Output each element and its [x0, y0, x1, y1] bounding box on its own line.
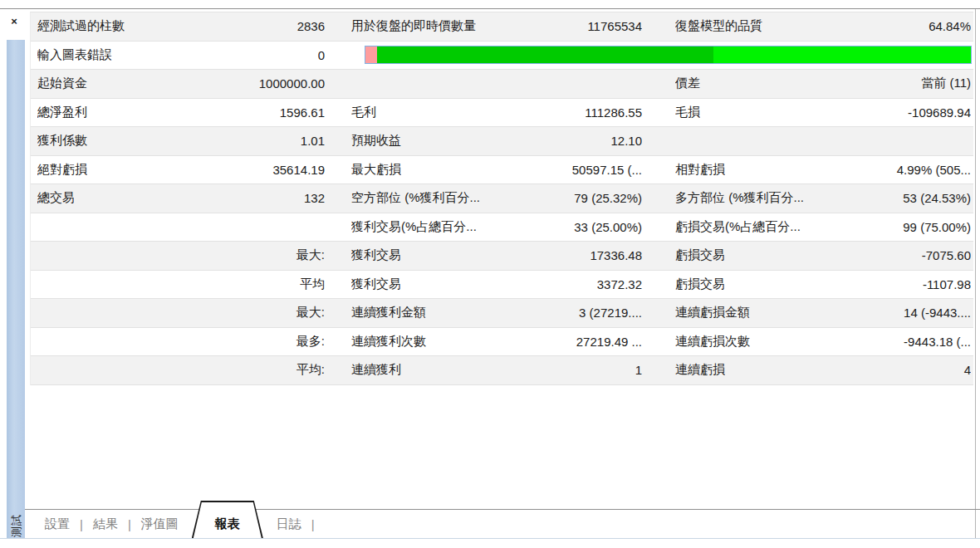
stat-value: 64.84%: [929, 19, 971, 33]
stat-label: 虧損交易: [675, 276, 725, 292]
report-cell-group: 多方部位 (%獲利百分...53 (24.53%): [675, 190, 971, 206]
stat-value: 132: [304, 191, 325, 205]
report-cell-group: 價差當前 (11): [675, 76, 971, 91]
tab-日誌[interactable]: 日誌: [268, 516, 310, 532]
stat-label: 連續虧損次數: [675, 334, 750, 350]
stat-label: 起始資金: [37, 76, 87, 91]
report-cell-group: 連續虧損金額14 (-9443....: [675, 305, 971, 320]
stat-value: 1000000.00: [259, 76, 325, 91]
report-cell-group: 獲利係數1.01: [37, 133, 325, 149]
modeling-quality-progress-bar: [365, 46, 972, 65]
tester-report-panel: × 測試 經測試過的柱數2836用於復盤的即時價數量11765534復盤模型的品…: [0, 0, 980, 548]
panel-top-border: [0, 8, 980, 9]
stat-value: 平均: [300, 276, 325, 292]
report-cell-group: 絕對虧損35614.19: [37, 162, 325, 178]
report-row: 最多:連續獲利次數27219.49 ...連續虧損次數-9443.18 (...: [31, 328, 973, 357]
stat-label: 復盤模型的品質: [675, 18, 762, 34]
report-cell-group: 總交易132: [37, 190, 325, 206]
panel-side-caption: 測試: [9, 512, 22, 537]
stat-value: 79 (25.32%): [574, 191, 642, 205]
report-cell-group: 輸入圖表錯誤0: [37, 47, 325, 63]
report-row: 獲利係數1.01預期收益12.10: [31, 127, 973, 156]
report-row: 經測試過的柱數2836用於復盤的即時價數量11765534復盤模型的品質64.8…: [31, 12, 973, 42]
report-cell-group: 連續虧損4: [675, 362, 971, 378]
stat-label: 獲利交易: [351, 276, 401, 292]
stat-label: 獲利交易(%占總百分...: [351, 219, 477, 235]
stat-label: 絕對虧損: [37, 162, 87, 178]
stat-value: 11765534: [587, 19, 642, 33]
stat-value: 17336.48: [590, 248, 642, 262]
stat-label: 虧損交易: [675, 247, 725, 263]
close-icon[interactable]: ×: [7, 14, 22, 29]
stat-label: 連續獲利: [351, 362, 401, 378]
report-cell-group: 連續獲利次數27219.49 ...: [351, 334, 642, 350]
stat-value: 53 (24.53%): [903, 191, 971, 205]
stat-label: 連續獲利金額: [351, 305, 426, 320]
stat-value: -7075.60: [922, 248, 971, 262]
report-cell-group: 預期收益12.10: [351, 133, 642, 149]
report-row: 起始資金1000000.00價差當前 (11): [31, 70, 973, 99]
report-cell-group: 最大:: [37, 247, 325, 263]
tab-淨值圖[interactable]: 淨值圖: [133, 516, 187, 532]
tab-label: 報表: [194, 502, 262, 538]
report-row: 最大:連續獲利金額3 (27219....連續虧損金額14 (-9443....: [31, 299, 973, 328]
report-row: 總交易132空方部位 (%獲利百分...79 (25.32%)多方部位 (%獲利…: [31, 184, 973, 213]
report-row: 總淨盈利1596.61毛利111286.55毛損-109689.94: [31, 99, 973, 128]
bottom-tabbar: 設置|結果|淨值圖報表日誌|: [25, 509, 980, 538]
stat-value: 最大:: [296, 305, 325, 320]
stat-label: 空方部位 (%獲利百分...: [351, 190, 480, 206]
stat-label: 毛損: [675, 105, 700, 120]
stat-value: 4.99% (505...: [897, 163, 971, 177]
stat-value: 111286.55: [585, 105, 642, 120]
stat-value: 1: [635, 363, 642, 377]
report-cell-group: 虧損交易-7075.60: [675, 247, 971, 263]
tab-設置[interactable]: 設置: [37, 516, 78, 532]
report-cell-group: 獲利交易(%占總百分...33 (25.00%): [351, 219, 642, 235]
tab-separator: |: [126, 517, 133, 531]
stat-label: 最大虧損: [351, 162, 401, 178]
report-row: 絕對虧損35614.19最大虧損50597.15 (...相對虧損4.99% (…: [31, 156, 973, 185]
report-row: 最大:獲利交易17336.48虧損交易-7075.60: [31, 242, 973, 271]
stat-value: 最大:: [296, 247, 325, 263]
stat-value: -9443.18 (...: [904, 335, 971, 349]
progress-segment-pink: [365, 46, 377, 64]
tab-報表-active[interactable]: 報表: [192, 501, 263, 538]
panel-grip-strip[interactable]: 測試: [7, 40, 25, 538]
stat-label: 連續虧損金額: [675, 305, 750, 320]
stat-label: 價差: [675, 76, 700, 91]
report-cell-group: 虧損交易-1107.98: [675, 276, 971, 292]
report-cell-group: 獲利交易17336.48: [351, 247, 642, 263]
panel-right-border: [975, 9, 976, 539]
stat-label: 總淨盈利: [37, 105, 87, 120]
report-cell-group: 總淨盈利1596.61: [37, 105, 325, 120]
stat-label: 毛利: [351, 105, 376, 120]
report-cell-group: 平均:: [37, 362, 325, 378]
stat-value: -109689.94: [908, 105, 971, 120]
report-cell-group: 虧損交易(%占總百分...99 (75.00%): [675, 219, 971, 235]
report-cell-group: 連續獲利金額3 (27219....: [351, 305, 642, 320]
stat-value: 3372.32: [597, 277, 642, 291]
report-cell-group: 最大:: [37, 305, 325, 320]
tab-結果[interactable]: 結果: [85, 516, 126, 532]
stat-label: 連續獲利次數: [351, 334, 426, 350]
report-cell-group: 空方部位 (%獲利百分...79 (25.32%): [351, 190, 642, 206]
report-cell-group: 復盤模型的品質64.84%: [675, 18, 971, 34]
stat-label: 經測試過的柱數: [37, 18, 125, 34]
report-row: 平均獲利交易3372.32虧損交易-1107.98: [31, 271, 973, 300]
report-cell-group: 毛損-109689.94: [675, 105, 971, 120]
report-cell-group: 相對虧損4.99% (505...: [675, 162, 971, 178]
stat-value: 2836: [297, 19, 325, 33]
progress-segment-dark-green: [377, 46, 713, 64]
report-row: 輸入圖表錯誤0: [31, 42, 973, 71]
stat-value: -1107.98: [923, 277, 971, 291]
stat-value: 4: [964, 363, 971, 377]
stat-value: 1.01: [301, 134, 325, 148]
report-cell-group: 連續虧損次數-9443.18 (...: [675, 334, 971, 350]
report-cell-group: 經測試過的柱數2836: [37, 18, 325, 34]
report-row: 獲利交易(%占總百分...33 (25.00%)虧損交易(%占總百分...99 …: [31, 213, 973, 242]
stat-value: 平均:: [296, 362, 325, 378]
stat-value: 14 (-9443....: [904, 306, 971, 320]
stat-value: 99 (75.00%): [903, 220, 971, 234]
report-cell-group: 獲利交易3372.32: [351, 276, 642, 292]
stat-label: 輸入圖表錯誤: [37, 47, 112, 63]
